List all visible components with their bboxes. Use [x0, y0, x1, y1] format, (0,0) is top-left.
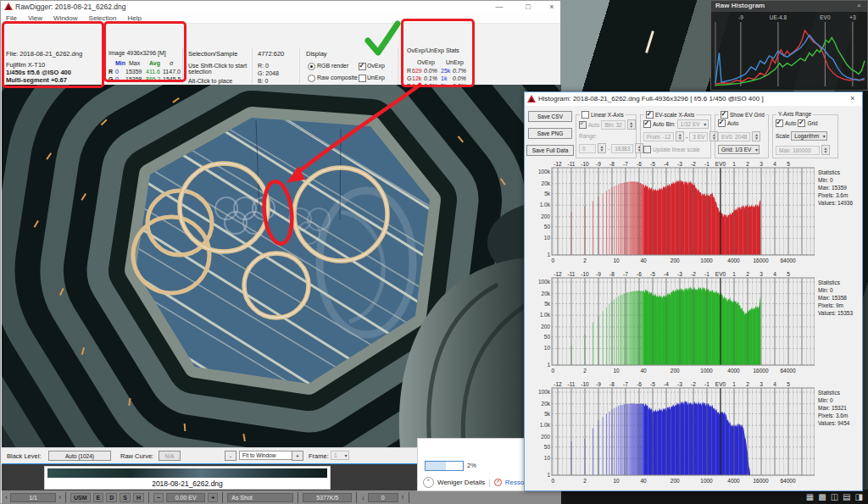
ev-auto-checkbox[interactable]	[643, 120, 651, 128]
svg-text:2: 2	[583, 478, 587, 484]
spinner-icon[interactable]: ▲▼	[676, 131, 684, 141]
histogram-window: Histogram: 2018-08-21_6262.dng Full-4936…	[524, 91, 863, 491]
group-title: Y-Axis Range	[778, 111, 811, 117]
frame-select[interactable]: 1	[331, 451, 349, 460]
col-max: Max	[129, 60, 140, 66]
menu-bar: File View Window Selection Help	[1, 13, 560, 24]
menu-file[interactable]: File	[6, 14, 17, 22]
less-details-button[interactable]: Weniger Details	[437, 479, 485, 486]
white-balance-select[interactable]: As Shot	[227, 493, 293, 502]
svg-text:0: 0	[552, 258, 555, 263]
raw-curve-value[interactable]: N/A	[159, 451, 181, 461]
linear-auto-checkbox[interactable]	[579, 121, 587, 129]
green-histogram-chart: 100k20k5k1.0k20050101-12-11-10-9-8-7-6-5…	[535, 270, 815, 379]
menu-help[interactable]: Help	[127, 14, 141, 22]
linear-x-axis-checkbox[interactable]	[581, 111, 589, 119]
rgb-render-label: RGB render	[317, 63, 348, 69]
d-button[interactable]: D	[106, 493, 117, 502]
usm-button[interactable]: USM	[70, 493, 91, 502]
spinner-icon[interactable]: ▲▼	[598, 143, 606, 153]
linear-x-axis-group: Linear X-Axis Auto Bin: 32 ▲▼ Range: 0 ▲…	[576, 114, 637, 158]
menu-selection[interactable]: Selection	[89, 14, 117, 22]
svg-text:10: 10	[613, 478, 620, 484]
main-title-bar[interactable]: RawDigger: 2018-08-21_6262.dng — □ ×	[1, 1, 560, 13]
unexp-label: UnExp	[367, 75, 385, 80]
menu-window[interactable]: Window	[53, 14, 77, 22]
svg-text:50: 50	[544, 334, 551, 340]
y-max-field[interactable]: Max: 160000	[776, 146, 820, 155]
arrow-down-icon[interactable]: ↓	[361, 494, 365, 501]
raw-histogram-chart: -9UE-4.8EV0+3	[711, 12, 867, 90]
ev-scale-checkbox[interactable]	[646, 111, 654, 119]
svg-text:10: 10	[613, 258, 620, 263]
raw-composite-radio[interactable]	[308, 75, 315, 82]
grid-auto-checkbox[interactable]	[718, 119, 726, 127]
menu-view[interactable]: View	[28, 14, 42, 22]
update-linear-checkbox[interactable]	[643, 146, 651, 153]
ev-plus-button[interactable]: +	[208, 493, 218, 502]
spinner-icon[interactable]: ▲▼	[752, 131, 760, 141]
svg-text:-11: -11	[568, 381, 576, 387]
range-to-field[interactable]: 16383	[611, 144, 633, 153]
ovexp-unexp-stats-panel: OvExp/UnExp Stats OvExp UnExp R 629 0.0%…	[407, 47, 466, 53]
histogram-title-bar[interactable]: Histogram: 2018-08-21_6262.dng Full-4936…	[525, 92, 862, 106]
cell: 15359	[125, 69, 142, 75]
camera-model: Fujifilm X-T10	[6, 61, 45, 69]
close-icon[interactable]: ×	[850, 94, 854, 102]
window-icon[interactable]: ◫	[831, 493, 838, 501]
minimize-button[interactable]: —	[491, 2, 508, 12]
black-level-value[interactable]: Auto (1024)	[48, 451, 111, 461]
unexp-checkbox[interactable]	[359, 75, 366, 82]
ov-count: 629	[412, 68, 422, 74]
ev-from-field[interactable]: From: -12	[643, 132, 674, 141]
prev-file-button[interactable]: ‹	[5, 494, 8, 501]
range-from-field[interactable]: 0	[579, 144, 596, 153]
save-png-button[interactable]: Save PNG	[528, 128, 572, 139]
svg-text:2: 2	[583, 258, 587, 263]
save-full-data-button[interactable]: Save Full Data	[526, 145, 574, 156]
chevron-up-icon: ⌃	[423, 477, 434, 488]
fit-mode-select[interactable]: Fit to Window	[239, 451, 297, 460]
next-file-button[interactable]: ›	[58, 494, 61, 501]
ev-bin-select[interactable]: 1/32 EV	[677, 119, 709, 129]
spinner-icon[interactable]: ▲▼	[821, 145, 830, 155]
linear-bin-field[interactable]: Bin: 32	[601, 120, 625, 130]
close-button[interactable]: ×	[543, 2, 560, 12]
ovexp-checkbox[interactable]	[359, 63, 366, 70]
spinner-icon[interactable]: ▲▼	[627, 119, 636, 130]
maximize-button[interactable]: □	[520, 2, 537, 12]
rgb-render-radio[interactable]	[308, 63, 315, 70]
s-button[interactable]: S	[120, 493, 131, 502]
y-grid-checkbox[interactable]	[798, 119, 805, 127]
filmstrip-thumbnail[interactable]: 2018-08-21_6262.dng	[44, 466, 331, 490]
monitor-icon[interactable]: ◨	[855, 493, 863, 501]
h-button[interactable]: H	[133, 493, 144, 502]
raw-composite-label: Raw composite	[317, 75, 358, 80]
arrow-up-icon[interactable]: ↑	[401, 494, 405, 501]
raw-histogram-title-bar[interactable]: Raw Histogram	[711, 1, 867, 12]
ev0-field[interactable]: EV0: 2048	[718, 132, 750, 141]
cell: 0	[115, 76, 119, 82]
counter-value: 0	[368, 493, 398, 502]
list-icon[interactable]: ▤	[843, 493, 850, 501]
svg-text:20k: 20k	[542, 291, 551, 296]
svg-text:1: 1	[547, 252, 550, 258]
group-title: Linear X-Axis	[591, 112, 624, 118]
zoom-out-button[interactable]: -	[225, 451, 236, 461]
grid-step-select[interactable]: Grid: 1/3 EV	[718, 145, 760, 154]
e-button[interactable]: E	[93, 493, 104, 502]
save-csv-button[interactable]: Save CSV	[528, 111, 572, 122]
y-auto-checkbox[interactable]	[776, 119, 783, 127]
close-icon[interactable]: ×	[857, 2, 861, 9]
expand-icon[interactable]: ▩	[818, 493, 826, 501]
svg-text:5k: 5k	[544, 191, 551, 197]
zoom-in-button[interactable]: +	[292, 451, 303, 461]
svg-text:0: 0	[552, 368, 555, 374]
ev-to-field[interactable]: 3 EV	[689, 132, 708, 141]
raw-image-view[interactable]	[2, 85, 561, 447]
thumbnail-caption: 2018-08-21_6262.dng	[45, 479, 330, 488]
svg-text:100k: 100k	[538, 389, 551, 395]
svg-text:-10: -10	[581, 161, 589, 167]
grid-icon[interactable]: ▦	[806, 493, 814, 501]
scale-select[interactable]: Logarithm	[791, 131, 827, 141]
